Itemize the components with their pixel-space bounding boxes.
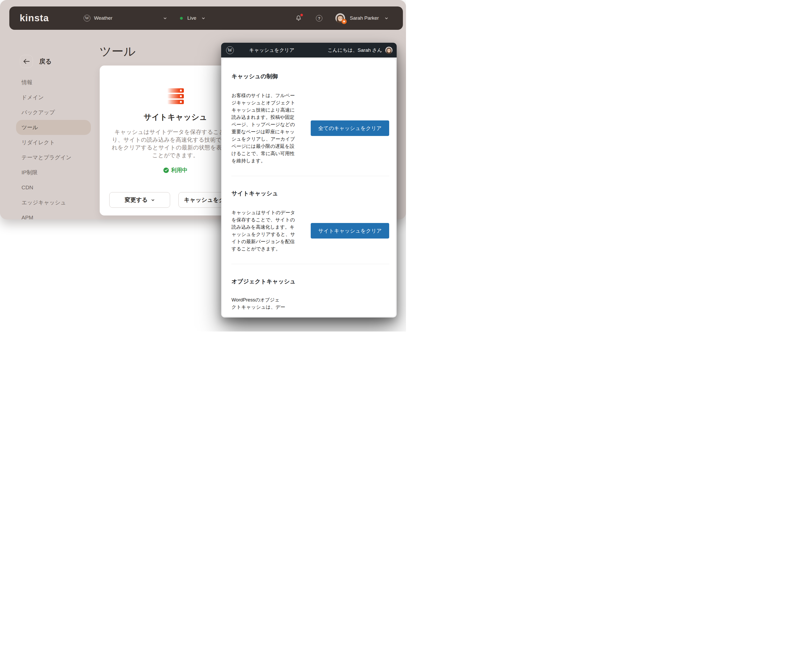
notification-badge [300, 14, 303, 16]
status-badge: 利用中 [163, 167, 187, 174]
live-status-dot [180, 17, 183, 20]
sidebar-item-tools[interactable]: ツール [16, 120, 91, 135]
object-cache-section: オブジェクトキャッシュ WordPressのオブジェ クトキャッシュは、デー [222, 264, 396, 311]
arrow-left-icon [23, 58, 30, 64]
page-title: ツール [99, 44, 136, 60]
card-description: キャッシュはサイトデータを保存することによ り、サイトの読み込みを高速化する技術… [111, 128, 239, 159]
wordpress-logo-icon[interactable]: W [226, 46, 234, 54]
section-heading: キャッシュの制御 [231, 73, 389, 80]
sidebar-item-redirects[interactable]: リダイレクト [16, 135, 91, 150]
wp-settings-panel: キャッシュの制御 お客様のサイトは、フルペー ジキャッシュとオブジェクト キャッ… [222, 59, 396, 317]
change-button-label: 変更する [124, 196, 148, 204]
site-switcher-label: Weather [94, 15, 112, 21]
lightning-badge-icon [342, 19, 347, 24]
help-button[interactable]: ? [316, 15, 322, 21]
clear-site-cache-button[interactable]: サイトキャッシュをクリア [311, 223, 389, 239]
chevron-down-icon[interactable] [163, 16, 167, 20]
wordpress-icon: W [84, 15, 90, 21]
section-text: キャッシュはサイトのデータ を保存することで、サイトの 読み込みを高速化します。… [231, 209, 301, 252]
sidebar-item-cdn[interactable]: CDN [16, 180, 91, 195]
wp-admin-bar: W キャッシュをクリア こんにちは、Sarah さん [221, 43, 397, 58]
site-cache-section: サイトキャッシュ キャッシュはサイトのデータ を保存することで、サイトの 読み込… [222, 176, 396, 264]
site-switcher[interactable]: W Weather [84, 15, 112, 21]
chevron-down-icon [202, 16, 205, 20]
sidebar-item-backups[interactable]: バックアップ [16, 105, 91, 120]
status-label: 利用中 [171, 167, 187, 174]
sidebar-item-ip-deny[interactable]: IP制限 [16, 165, 91, 180]
wp-clear-cache-menu[interactable]: キャッシュをクリア [249, 47, 294, 53]
section-heading: オブジェクトキャッシュ [231, 278, 389, 285]
section-text: WordPressのオブジェ クトキャッシュは、デー [231, 296, 301, 311]
wp-user-avatar[interactable] [385, 47, 392, 54]
cache-control-section: キャッシュの制御 お客様のサイトは、フルペー ジキャッシュとオブジェクト キャッ… [222, 59, 396, 176]
sidebar-item-info[interactable]: 情報 [16, 75, 91, 90]
question-icon: ? [316, 15, 322, 21]
server-stack-icon [167, 88, 184, 104]
sidebar-item-themes-plugins[interactable]: テーマとプラグイン [16, 150, 91, 165]
notifications-button[interactable] [295, 15, 302, 22]
site-sidebar: 情報 ドメイン バックアップ ツール リダイレクト テーマとプラグイン IP制限… [16, 75, 91, 225]
chevron-down-icon[interactable] [384, 16, 388, 20]
section-text: お客様のサイトは、フルペー ジキャッシュとオブジェクト キャッシュ技術により高速… [231, 92, 301, 165]
screen: kinsta W Weather Live ? [0, 0, 406, 332]
environment-label: Live [187, 15, 196, 21]
clear-all-caches-button[interactable]: 全てのキャッシュをクリア [311, 120, 389, 136]
sidebar-item-apm[interactable]: APM [16, 210, 91, 225]
user-avatar[interactable] [335, 13, 345, 23]
change-button[interactable]: 変更する [109, 192, 170, 208]
wp-admin-overlay: W キャッシュをクリア こんにちは、Sarah さん キャッシュの制御 お客様の… [221, 43, 397, 317]
back-label: 戻る [39, 57, 52, 66]
user-name: Sarah Parker [350, 15, 379, 21]
sidebar-item-edge-cache[interactable]: エッジキャッシュ [16, 195, 91, 210]
card-title: サイトキャッシュ [144, 112, 207, 123]
chevron-down-icon [151, 198, 155, 202]
sidebar-item-domains[interactable]: ドメイン [16, 90, 91, 105]
top-navbar: kinsta W Weather Live ? [9, 6, 403, 30]
back-button[interactable] [20, 55, 33, 68]
kinsta-logo: kinsta [20, 13, 49, 24]
section-heading: サイトキャッシュ [231, 189, 389, 197]
environment-selector[interactable]: Live [180, 15, 205, 21]
wp-user-greeting[interactable]: こんにちは、Sarah さん [328, 47, 382, 53]
check-icon [163, 168, 169, 173]
avatar-image [385, 47, 392, 54]
